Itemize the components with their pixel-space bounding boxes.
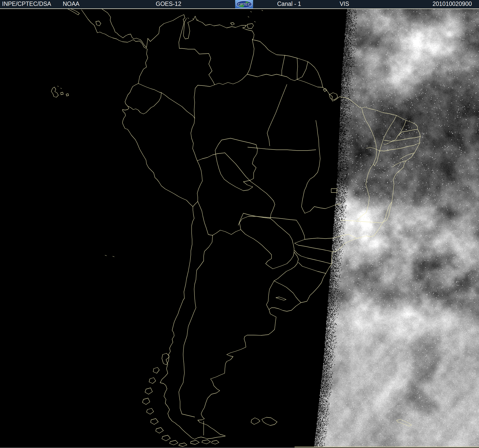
map-polyline (251, 418, 260, 424)
cptec-logo: CPTEC (235, 0, 253, 8)
map-polyline (156, 428, 163, 433)
map-polyline (231, 23, 234, 25)
map-polyline (305, 204, 341, 213)
map-polyline (397, 419, 412, 426)
map-polyline (274, 281, 301, 303)
map-polyline (122, 15, 420, 439)
map-polyline (151, 419, 158, 424)
map-polyline (202, 440, 211, 444)
map-polyline (194, 85, 215, 118)
map-polyline (331, 189, 337, 193)
map-polyline (301, 120, 320, 213)
map-polyline (197, 153, 225, 161)
map-polyline (153, 367, 159, 373)
map-polyline (142, 398, 150, 404)
map-polyline (282, 55, 285, 76)
map-polyline (149, 378, 156, 383)
map-polyline (305, 234, 357, 239)
map-polyline (297, 62, 308, 79)
map-polyline (193, 19, 194, 19)
map-polyline (241, 230, 294, 269)
map-polyline (225, 153, 275, 218)
map-overlay (0, 0, 479, 448)
map-polyline (276, 297, 286, 300)
map-polyline (191, 440, 199, 444)
map-polyline (161, 93, 195, 118)
map-polyline (323, 88, 327, 92)
map-polyline (197, 20, 198, 20)
satellite-label: GOES-12 (156, 0, 181, 8)
map-polyline (197, 161, 202, 201)
map-polyline (215, 74, 247, 85)
map-polyline (66, 94, 69, 96)
map-polyline (248, 17, 249, 17)
map-polyline (191, 118, 197, 161)
map-polyline (362, 108, 377, 184)
map-polyline (248, 147, 316, 151)
map-polyline (298, 262, 326, 273)
islands-layer (51, 10, 412, 446)
map-polyline (198, 201, 213, 235)
map-polyline (247, 74, 297, 81)
map-polyline (179, 235, 213, 417)
map-polyline (138, 83, 161, 93)
logo-text: CPTEC (238, 2, 251, 6)
map-polyline (145, 388, 152, 394)
map-polyline (188, 18, 189, 18)
map-polyline (297, 58, 298, 79)
map-polyline (51, 87, 58, 97)
map-polyline (105, 255, 107, 256)
map-polyline (270, 218, 294, 252)
channel-label: Canal - 1 (277, 0, 301, 8)
map-polyline (267, 84, 287, 146)
map-polyline (162, 353, 169, 365)
country-borders-layer (128, 18, 323, 435)
map-polyline (262, 10, 263, 11)
map-bottom-boundary-line (295, 447, 479, 447)
map-polyline (295, 250, 332, 264)
map-polyline (297, 79, 323, 87)
map-polyline (247, 40, 254, 74)
map-polyline (247, 24, 254, 29)
map-polyline (251, 12, 252, 12)
header-bar: INPE/CPTEC/DSA NOAA GOES-12 Canal - 1 VI… (0, 0, 479, 8)
map-polyline (61, 88, 61, 89)
map-polyline (357, 184, 369, 220)
satellite-image-page: INPE/CPTEC/DSA NOAA GOES-12 Canal - 1 VI… (0, 0, 479, 448)
map-polyline (68, 8, 79, 15)
map-polyline (58, 86, 58, 87)
map-polyline (81, 10, 144, 47)
map-polyline (61, 92, 63, 95)
map-polyline (238, 213, 305, 239)
agency-label: INPE/CPTEC/DSA (2, 0, 51, 8)
map-polyline (384, 136, 420, 145)
coastline-layer (68, 8, 420, 439)
map-polyline (295, 239, 332, 252)
map-polyline (212, 440, 219, 444)
map-polyline (240, 216, 270, 230)
map-polyline (329, 93, 338, 100)
map-polyline (170, 440, 178, 445)
map-polyline (398, 129, 418, 136)
map-polyline (193, 201, 198, 207)
map-polyline (179, 443, 187, 446)
map-polyline (266, 281, 274, 310)
map-polyline (254, 22, 255, 22)
org-label: NOAA (63, 0, 79, 8)
map-polyline (213, 230, 241, 235)
map-polyline (128, 93, 161, 114)
map-polyline (147, 408, 154, 414)
map-polyline (162, 435, 170, 441)
map-polyline (274, 252, 298, 281)
map-polyline (101, 8, 148, 48)
map-polyline (262, 417, 277, 425)
band-label: VIS (340, 0, 349, 8)
map-polyline (113, 256, 114, 257)
map-polyline (392, 161, 406, 167)
timestamp-label: 201010020900 (433, 0, 472, 8)
map-polyline (96, 21, 101, 26)
header-underline (0, 8, 479, 9)
state-borders-layer (215, 84, 420, 300)
map-polyline (366, 143, 420, 151)
